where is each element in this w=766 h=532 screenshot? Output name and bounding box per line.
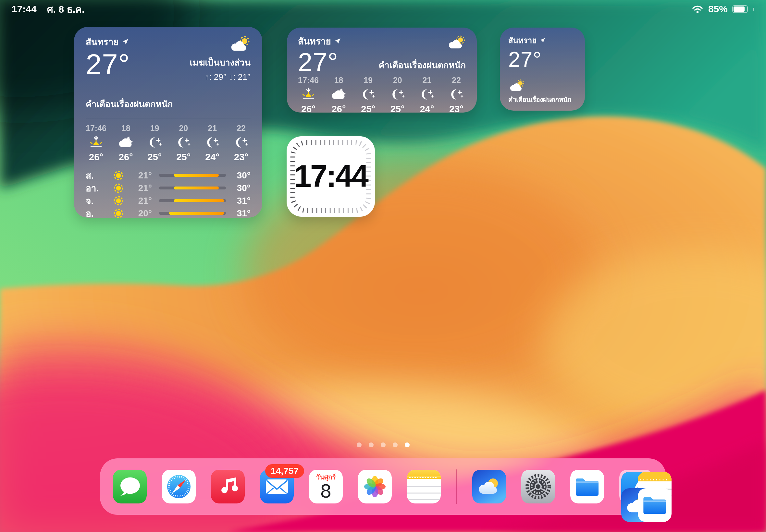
weather-widget-small[interactable]: สันทราย 27° คำเตือนเรื่องฝนตกหนัก bbox=[500, 28, 585, 111]
daily-row: จ. 21° 31° bbox=[86, 194, 250, 207]
location-label: สันทราย bbox=[86, 35, 119, 49]
battery-percent: 85% bbox=[708, 4, 728, 15]
hourly-item: 18 26° bbox=[116, 124, 135, 163]
daily-row: อ. 20° 31° bbox=[86, 207, 250, 220]
weather-app-icon[interactable] bbox=[472, 470, 506, 503]
weather-alert: คำเตือนเรื่องฝนตกหนัก bbox=[378, 58, 466, 72]
daily-forecast: ส. 21° 30° อา. 21° 30° จ. 21° 31° อ. 20°… bbox=[86, 169, 250, 220]
hourly-item: 20 25° bbox=[388, 76, 407, 115]
status-time: 17:44 bbox=[12, 4, 37, 15]
photos-app-icon[interactable] bbox=[358, 470, 392, 503]
dock-divider bbox=[456, 469, 457, 504]
daily-row: อา. 21° 30° bbox=[86, 182, 250, 194]
sunset-icon bbox=[89, 136, 103, 149]
temp-range-bar bbox=[159, 174, 226, 177]
moon-stars-icon bbox=[234, 136, 249, 149]
moon-stars-icon bbox=[449, 88, 464, 101]
temp-range-bar bbox=[159, 199, 226, 202]
dock: 14,757 วันศุกร์ 8 bbox=[100, 458, 666, 515]
weather-alert: คำเตือนเรื่องฝนตกหนัก bbox=[508, 94, 577, 105]
calendar-day: 8 bbox=[320, 481, 331, 501]
page-dot[interactable] bbox=[381, 442, 386, 447]
hourly-item: 21 24° bbox=[418, 76, 436, 115]
hourly-item: 22 23° bbox=[232, 124, 250, 163]
settings-app-icon[interactable] bbox=[521, 470, 555, 503]
location-label: สันทราย bbox=[298, 34, 331, 48]
moon-stars-icon bbox=[147, 136, 162, 149]
cloud-moon-icon bbox=[331, 88, 346, 101]
weather-widget-large[interactable]: สันทราย 27° เมฆเป็นบางส่วน ↑: 29° ↓: 21°… bbox=[74, 27, 262, 218]
current-temp: 27° bbox=[86, 50, 130, 79]
mail-app-icon[interactable]: 14,757 bbox=[260, 470, 294, 503]
page-dot[interactable] bbox=[357, 442, 361, 447]
music-app-icon[interactable] bbox=[211, 470, 245, 503]
status-bar: 17:44 ศ. 8 ธ.ค. 85% bbox=[0, 0, 766, 16]
hourly-item: 21 24° bbox=[203, 124, 222, 163]
notes-app-icon[interactable] bbox=[407, 470, 441, 503]
moon-stars-icon bbox=[420, 88, 434, 101]
sun-icon bbox=[113, 183, 124, 194]
page-dot[interactable] bbox=[369, 442, 373, 447]
moon-stars-icon bbox=[360, 88, 375, 101]
page-dots[interactable] bbox=[0, 442, 766, 447]
daily-row: ส. 21° 30° bbox=[86, 169, 250, 182]
battery-nub bbox=[753, 8, 754, 11]
sun-icon bbox=[113, 195, 124, 206]
clock-widget[interactable]: 17:44 bbox=[286, 136, 375, 217]
hourly-item: 17:46 26° bbox=[86, 124, 106, 163]
status-date: ศ. 8 ธ.ค. bbox=[47, 2, 85, 17]
page-dot[interactable] bbox=[393, 442, 398, 447]
location-arrow-icon bbox=[122, 39, 128, 45]
current-temp: 27° bbox=[508, 49, 577, 70]
location-arrow-icon bbox=[334, 38, 341, 44]
sunset-icon bbox=[301, 88, 316, 101]
files-mini-icon bbox=[638, 488, 672, 522]
partly-cloudy-icon bbox=[447, 35, 466, 50]
hourly-item: 17:46 26° bbox=[298, 76, 319, 115]
moon-stars-icon bbox=[390, 88, 405, 101]
divider bbox=[86, 119, 250, 119]
high-low-label: ↑: 29° ↓: 21° bbox=[205, 72, 250, 82]
files-app-icon[interactable] bbox=[570, 470, 604, 503]
app-library-icon[interactable] bbox=[619, 470, 653, 503]
messages-app-icon[interactable] bbox=[113, 470, 147, 503]
hourly-item: 22 23° bbox=[447, 76, 466, 115]
hourly-item: 19 25° bbox=[359, 76, 377, 115]
mail-badge: 14,757 bbox=[265, 464, 304, 478]
moon-stars-icon bbox=[176, 136, 191, 149]
current-temp: 27° bbox=[298, 49, 341, 76]
location-arrow-icon bbox=[540, 38, 545, 43]
partly-cloudy-icon bbox=[508, 79, 525, 92]
clock-time: 17:44 bbox=[294, 158, 367, 194]
battery-icon bbox=[732, 5, 748, 13]
safari-app-icon[interactable] bbox=[162, 470, 196, 503]
partly-cloudy-icon bbox=[229, 36, 250, 53]
sun-icon bbox=[113, 208, 124, 219]
hourly-item: 19 25° bbox=[145, 124, 164, 163]
cloud-moon-icon bbox=[118, 136, 133, 149]
condition-label: เมฆเป็นบางส่วน bbox=[190, 55, 250, 69]
calendar-app-icon[interactable]: วันศุกร์ 8 bbox=[309, 470, 343, 503]
weather-alert: คำเตือนเรื่องฝนตกหนัก bbox=[86, 97, 250, 111]
location-label: สันทราย bbox=[508, 34, 537, 47]
calendar-weekday: วันศุกร์ bbox=[316, 474, 335, 480]
moon-stars-icon bbox=[205, 136, 220, 149]
hourly-forecast: 17:46 26° 18 26° 19 25° 20 25° 21 24° 22… bbox=[86, 124, 250, 163]
weather-widget-medium[interactable]: สันทราย 27° คำเตือนเรื่องฝนตกหนัก 17:46 … bbox=[287, 28, 477, 113]
hourly-item: 18 26° bbox=[329, 76, 348, 115]
hourly-item: 20 25° bbox=[174, 124, 193, 163]
temp-range-bar bbox=[159, 187, 226, 189]
wifi-icon bbox=[691, 5, 704, 14]
page-dot-active[interactable] bbox=[405, 442, 410, 447]
sun-icon bbox=[113, 170, 124, 181]
temp-range-bar bbox=[159, 212, 226, 215]
hourly-forecast: 17:46 26° 18 26° 19 25° 20 25° 21 24° 22… bbox=[298, 76, 466, 115]
